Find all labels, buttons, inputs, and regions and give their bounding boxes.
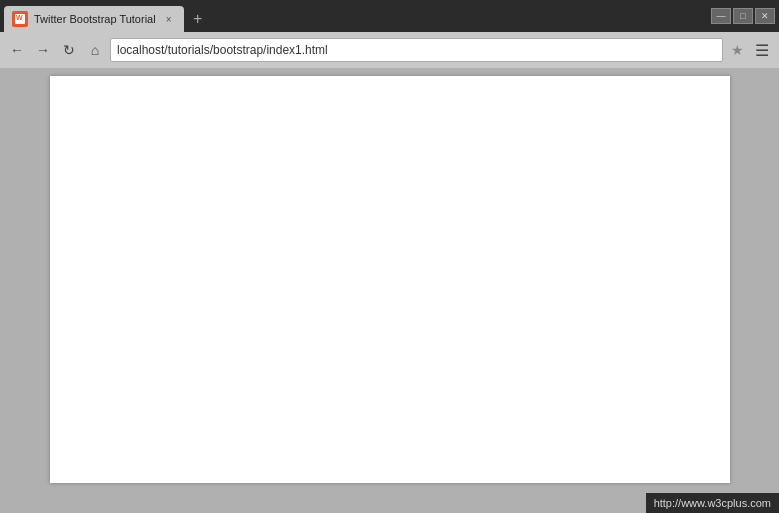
- window-controls: — □ ✕: [707, 0, 779, 32]
- browser-window: Twitter Bootstrap Tutorial × + — □ ✕ ← →…: [0, 0, 779, 513]
- minimize-button[interactable]: —: [711, 8, 731, 24]
- favicon-icon: [15, 14, 25, 24]
- address-bar[interactable]: [117, 43, 716, 57]
- address-bar-container: [110, 38, 723, 62]
- title-bar: Twitter Bootstrap Tutorial × + — □ ✕: [0, 0, 779, 32]
- maximize-button[interactable]: □: [733, 8, 753, 24]
- tab-close-button[interactable]: ×: [162, 12, 176, 26]
- menu-button[interactable]: ☰: [751, 39, 773, 61]
- tab-favicon: [12, 11, 28, 27]
- active-tab[interactable]: Twitter Bootstrap Tutorial ×: [4, 6, 184, 32]
- status-url: http://www.w3cplus.com: [654, 497, 771, 509]
- status-bar: http://www.w3cplus.com: [646, 493, 779, 513]
- new-tab-button[interactable]: +: [184, 6, 212, 32]
- home-button[interactable]: ⌂: [84, 39, 106, 61]
- tab-title: Twitter Bootstrap Tutorial: [34, 13, 156, 25]
- tab-area: Twitter Bootstrap Tutorial × +: [0, 0, 707, 32]
- close-button[interactable]: ✕: [755, 8, 775, 24]
- reload-button[interactable]: ↻: [58, 39, 80, 61]
- back-button[interactable]: ←: [6, 39, 28, 61]
- page-content: [50, 76, 730, 483]
- forward-button[interactable]: →: [32, 39, 54, 61]
- viewport-wrapper: http://www.w3cplus.com: [0, 68, 779, 513]
- navigation-bar: ← → ↻ ⌂ ★ ☰: [0, 32, 779, 68]
- bookmark-button[interactable]: ★: [727, 39, 747, 61]
